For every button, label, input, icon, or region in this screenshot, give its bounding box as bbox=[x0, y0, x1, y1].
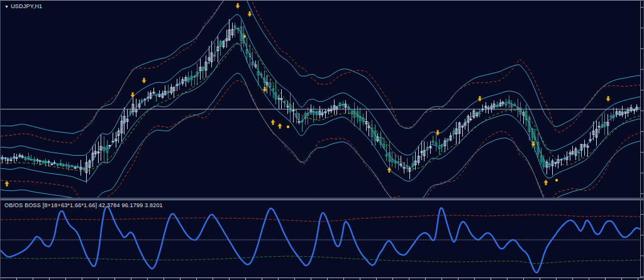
up-arrow-signal-icon bbox=[544, 180, 548, 185]
candle-body bbox=[479, 113, 480, 114]
up-arrow-signal-icon bbox=[387, 167, 392, 173]
candle-body bbox=[68, 166, 70, 167]
candle-body bbox=[598, 126, 600, 127]
candle-body bbox=[470, 119, 472, 120]
signal-dot-icon bbox=[287, 126, 289, 128]
candle-body bbox=[48, 161, 50, 162]
chart-window: ▼USDJPY,H1 OB/OS BOSS [8+18+63*1.66*1.66… bbox=[0, 0, 644, 280]
upper-fast-band-line bbox=[1, 14, 640, 156]
candle-body bbox=[51, 164, 53, 164]
main-price-chart[interactable] bbox=[1, 1, 644, 200]
up-arrow-signal-icon bbox=[278, 123, 282, 129]
signal-dot-icon bbox=[555, 179, 558, 181]
candle-body bbox=[578, 153, 580, 153]
down-arrow-signal-icon bbox=[606, 96, 611, 102]
candle-body bbox=[155, 95, 157, 96]
down-arrow-signal-icon bbox=[236, 3, 240, 9]
time-axis[interactable] bbox=[1, 277, 644, 280]
down-arrow-signal-icon bbox=[142, 78, 147, 83]
collapse-triangle-icon[interactable]: ▼ bbox=[4, 4, 9, 9]
symbol-timeframe-text: USDJPY,H1 bbox=[11, 3, 42, 9]
up-arrow-signal-icon bbox=[271, 119, 275, 125]
signal-dot-icon bbox=[243, 35, 246, 38]
oscillator-subwindow[interactable] bbox=[1, 200, 644, 277]
down-arrow-signal-icon bbox=[248, 11, 252, 17]
down-arrow-signal-icon bbox=[131, 92, 135, 98]
symbol-label: ▼USDJPY,H1 bbox=[4, 3, 42, 10]
upper-signal-envelope-line bbox=[1, 1, 640, 143]
candle-body bbox=[505, 104, 507, 105]
candle-body bbox=[62, 166, 64, 166]
candle-body bbox=[284, 102, 286, 102]
candle-body bbox=[16, 158, 18, 158]
down-arrow-signal-icon bbox=[478, 96, 482, 102]
candle-body bbox=[109, 146, 111, 146]
candle-body bbox=[7, 159, 9, 160]
indicator-label: OB/OS BOSS [8+18+63*1.66*1.66] 42.3784 9… bbox=[4, 202, 163, 208]
candle-body bbox=[57, 164, 58, 165]
candle-body bbox=[10, 160, 12, 161]
trend-ma-line bbox=[1, 43, 640, 171]
up-arrow-signal-icon bbox=[5, 181, 9, 186]
lower-slow-band-line bbox=[1, 73, 640, 200]
panel-splitter[interactable] bbox=[1, 198, 644, 200]
